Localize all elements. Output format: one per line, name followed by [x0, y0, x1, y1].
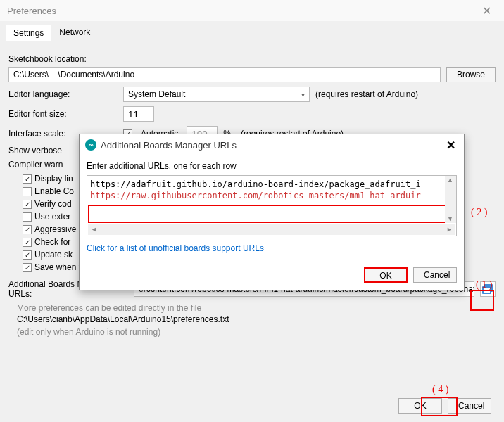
modal-instruction: Enter additional URLs, one for each row [87, 161, 457, 171]
language-label: Editor language: [8, 89, 118, 99]
language-select[interactable]: System Default ▾ [123, 87, 310, 102]
use-exter-checkbox[interactable] [23, 212, 32, 222]
unofficial-boards-link[interactable]: Click for a list of unofficial boards su… [87, 243, 264, 253]
callout-box-1 [470, 290, 494, 311]
chevron-down-icon: ▾ [301, 91, 305, 98]
url-line-2: https://raw.githubusercontent.com/roboti… [90, 191, 421, 200]
boards-urls-dialog: ∞ Additional Boards Manager URLs ✕ Enter… [79, 134, 465, 290]
modal-cancel-button[interactable]: Cancel [413, 267, 457, 283]
enable-code-checkbox[interactable] [23, 187, 32, 196]
verify-code-checkbox[interactable] [23, 200, 32, 209]
browse-button[interactable]: Browse [446, 67, 496, 82]
callout-label-4: ( 4 ) [432, 384, 448, 395]
check-for-checkbox[interactable] [23, 238, 32, 247]
url-line-1: https://adafruit.github.io/arduino-board… [90, 179, 443, 190]
tab-network[interactable]: Network [51, 24, 98, 41]
preferences-titlebar: Preferences ✕ [0, 0, 504, 21]
edit-hint-text: (edit only when Arduino is not running) [8, 327, 496, 337]
modal-close-icon[interactable]: ✕ [443, 139, 458, 152]
urls-textarea[interactable]: https://adafruit.github.io/arduino-board… [87, 175, 457, 236]
arduino-icon: ∞ [85, 139, 96, 151]
callout-box-2 [88, 205, 455, 223]
modal-ok-button[interactable]: OK [364, 267, 408, 283]
modal-titlebar: ∞ Additional Boards Manager URLs ✕ [80, 134, 464, 155]
fontsize-label: Editor font size: [8, 109, 118, 119]
prefs-path-text: C:\Users\cianb\AppData\Local\Arduino15\p… [8, 314, 496, 324]
save-when-checkbox[interactable] [23, 263, 32, 272]
display-line-checkbox[interactable] [23, 174, 32, 184]
window-title: Preferences [7, 6, 477, 16]
sketchbook-input[interactable] [8, 67, 441, 82]
more-prefs-text: More preferences can be edited directly … [8, 303, 496, 313]
horizontal-scrollbar[interactable] [88, 224, 455, 235]
callout-label-2: ( 2 ) [471, 207, 487, 218]
modal-title: Additional Boards Manager URLs [101, 140, 443, 151]
close-icon[interactable]: ✕ [477, 4, 497, 18]
callout-label-1: ( 1 ) [476, 279, 492, 290]
update-sk-checkbox[interactable] [23, 250, 32, 260]
callout-box-4 [421, 397, 458, 416]
language-hint: (requires restart of Arduino) [315, 89, 418, 99]
aggressive-checkbox[interactable] [23, 225, 32, 234]
tab-settings[interactable]: Settings [6, 25, 51, 41]
sketchbook-label: Sketchbook location: [8, 54, 87, 64]
vertical-scrollbar[interactable] [445, 176, 456, 223]
tab-bar: Settings Network [6, 24, 498, 41]
fontsize-input[interactable] [123, 106, 154, 122]
